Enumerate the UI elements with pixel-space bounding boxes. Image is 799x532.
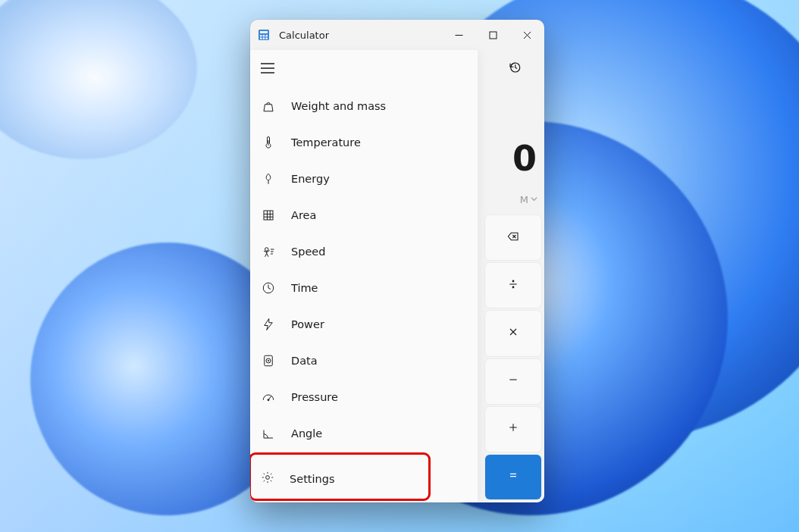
backspace-button[interactable] — [485, 215, 541, 260]
equals-icon — [507, 469, 519, 484]
svg-rect-1 — [260, 31, 268, 33]
svg-marker-38 — [265, 319, 273, 330]
svg-point-41 — [268, 360, 269, 361]
svg-rect-4 — [265, 35, 268, 37]
weight-icon — [261, 99, 276, 114]
nav-item-data[interactable]: Data — [250, 343, 478, 379]
temperature-icon — [261, 135, 276, 150]
nav-label: Settings — [290, 473, 334, 485]
energy-icon — [261, 171, 276, 186]
minimize-button[interactable] — [442, 20, 476, 50]
svg-rect-39 — [265, 355, 273, 366]
navigation-panel: Weight and mass Temperature Energy — [250, 50, 478, 502]
hamburger-button[interactable] — [250, 50, 478, 88]
svg-rect-29 — [264, 211, 273, 220]
svg-point-34 — [265, 248, 269, 252]
multiply-icon — [507, 326, 519, 341]
nav-label: Temperature — [291, 136, 361, 149]
svg-rect-5 — [260, 38, 262, 40]
converter-list: Weight and mass Temperature Energy — [250, 88, 478, 455]
nav-item-power[interactable]: Power — [250, 306, 478, 343]
divide-icon — [507, 278, 519, 293]
calculator-app-icon — [258, 29, 270, 41]
nav-label: Energy — [291, 173, 330, 185]
power-icon — [261, 317, 276, 332]
desktop-wallpaper: Calculator — [0, 0, 799, 532]
calculator-right-column: 0 M — [485, 50, 544, 502]
nav-label: Angle — [291, 427, 322, 440]
plus-button[interactable] — [485, 407, 541, 452]
svg-line-37 — [268, 288, 271, 289]
svg-rect-2 — [260, 35, 262, 37]
close-button[interactable] — [510, 20, 544, 50]
pressure-icon — [261, 390, 276, 405]
minus-button[interactable] — [485, 359, 541, 404]
display-value: 0 — [512, 138, 537, 179]
nav-label: Area — [291, 209, 316, 221]
area-icon — [261, 208, 276, 223]
time-icon — [261, 280, 276, 296]
nav-item-pressure[interactable]: Pressure — [250, 379, 478, 415]
nav-item-time[interactable]: Time — [250, 270, 478, 306]
nav-item-energy[interactable]: Energy — [250, 161, 478, 197]
nav-label: Pressure — [291, 391, 338, 403]
svg-point-40 — [266, 358, 271, 363]
memory-dropdown[interactable]: M — [485, 186, 544, 212]
svg-rect-9 — [490, 32, 497, 39]
history-button[interactable] — [485, 50, 544, 88]
backspace-icon — [507, 230, 519, 246]
svg-point-17 — [512, 286, 514, 288]
display: 0 — [485, 88, 544, 186]
nav-item-settings[interactable]: Settings — [250, 455, 478, 502]
plus-icon — [507, 421, 519, 437]
nav-label: Time — [291, 282, 318, 294]
angle-icon — [261, 426, 276, 441]
svg-point-43 — [268, 399, 269, 401]
svg-point-15 — [512, 280, 514, 282]
nav-item-area[interactable]: Area — [250, 197, 478, 233]
history-icon — [508, 61, 522, 77]
multiply-button[interactable] — [485, 311, 541, 355]
nav-item-angle[interactable]: Angle — [250, 415, 478, 452]
nav-item-temperature[interactable]: Temperature — [250, 124, 478, 161]
window-title: Calculator — [279, 30, 329, 41]
nav-item-weight[interactable]: Weight and mass — [250, 88, 478, 124]
gear-icon — [261, 471, 274, 487]
chevron-down-icon — [530, 194, 538, 205]
equals-button[interactable] — [485, 455, 541, 499]
data-icon — [261, 353, 276, 368]
title-bar[interactable]: Calculator — [250, 20, 544, 50]
minus-icon — [507, 374, 519, 389]
maximize-button[interactable] — [476, 20, 510, 50]
svg-rect-7 — [265, 38, 268, 40]
svg-rect-3 — [263, 35, 265, 37]
nav-label: Data — [291, 355, 318, 367]
nav-item-speed[interactable]: Speed — [250, 233, 478, 270]
svg-rect-6 — [263, 38, 265, 40]
speed-icon — [261, 244, 276, 259]
hamburger-icon — [261, 62, 274, 77]
divide-button[interactable] — [485, 263, 541, 308]
svg-point-44 — [266, 476, 270, 480]
nav-label: Weight and mass — [291, 100, 386, 112]
nav-label: Speed — [291, 246, 325, 258]
memory-indicator: M — [520, 194, 528, 205]
nav-label: Power — [291, 318, 324, 330]
calculator-window: Calculator — [250, 20, 544, 502]
